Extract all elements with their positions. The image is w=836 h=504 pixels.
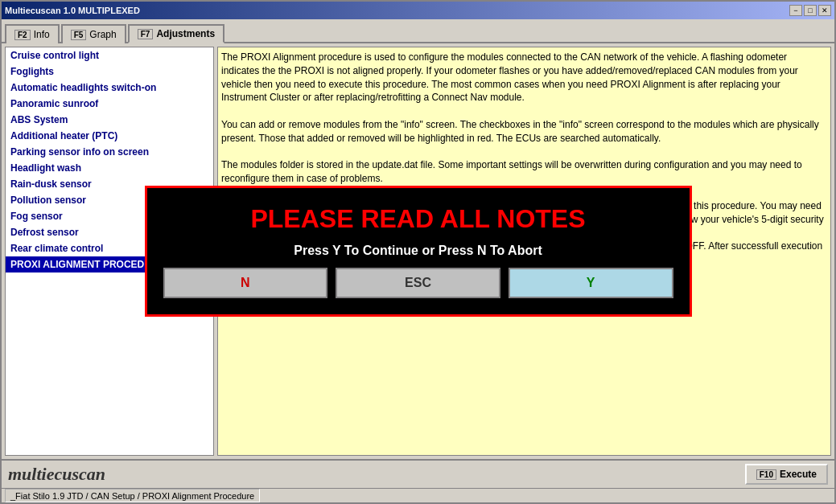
- tab-adjustments-key: F7: [138, 29, 154, 39]
- brand-label: multiecuscan: [8, 464, 105, 485]
- window-controls: − □ ✕: [789, 5, 831, 16]
- modal-button-group: N ESC Y: [163, 268, 673, 298]
- modal-subtitle: Press Y To Continue or Press N To Abort: [294, 244, 542, 258]
- tab-info-label: Info: [34, 29, 50, 40]
- main-window: Multiecuscan 1.0 MULTIPLEXED − □ ✕ F2 In…: [0, 0, 836, 504]
- execute-button[interactable]: F10 Execute: [745, 464, 828, 485]
- tab-info[interactable]: F2 Info: [5, 24, 60, 43]
- maximize-button[interactable]: □: [804, 5, 817, 16]
- tab-adjustments[interactable]: F7 Adjustments: [128, 24, 224, 43]
- tab-bar: F2 Info F5 Graph F7 Adjustments: [2, 19, 834, 43]
- status-path-text: _Fiat Stilo 1.9 JTD / CAN Setup / PROXI …: [10, 491, 254, 501]
- modal-esc-button[interactable]: ESC: [336, 268, 500, 298]
- window-title: Multiecuscan 1.0 MULTIPLEXED: [5, 6, 140, 15]
- tab-graph-label: Graph: [89, 29, 116, 40]
- status-bar: _Fiat Stilo 1.9 JTD / CAN Setup / PROXI …: [2, 488, 834, 502]
- execute-label: Execute: [780, 469, 817, 480]
- modal-y-button[interactable]: Y: [509, 268, 673, 298]
- tab-adjustments-label: Adjustments: [156, 28, 215, 39]
- modal-title: PLEASE READ ALL NOTES: [250, 204, 585, 234]
- close-button[interactable]: ✕: [818, 5, 831, 16]
- tab-graph-key: F5: [71, 30, 87, 40]
- modal-n-button[interactable]: N: [163, 268, 328, 298]
- bottom-bar: multiecuscan F10 Execute: [2, 459, 834, 488]
- title-bar: Multiecuscan 1.0 MULTIPLEXED − □ ✕: [2, 2, 834, 19]
- modal-overlay: PLEASE READ ALL NOTES Press Y To Continu…: [2, 43, 834, 459]
- status-path: _Fiat Stilo 1.9 JTD / CAN Setup / PROXI …: [5, 489, 260, 502]
- minimize-button[interactable]: −: [789, 5, 802, 16]
- modal-dialog: PLEASE READ ALL NOTES Press Y To Continu…: [145, 186, 692, 317]
- main-content: Cruise control light Foglights Automatic…: [2, 43, 834, 459]
- tab-info-key: F2: [14, 30, 31, 40]
- tab-graph[interactable]: F5 Graph: [61, 24, 126, 43]
- execute-key: F10: [756, 469, 776, 480]
